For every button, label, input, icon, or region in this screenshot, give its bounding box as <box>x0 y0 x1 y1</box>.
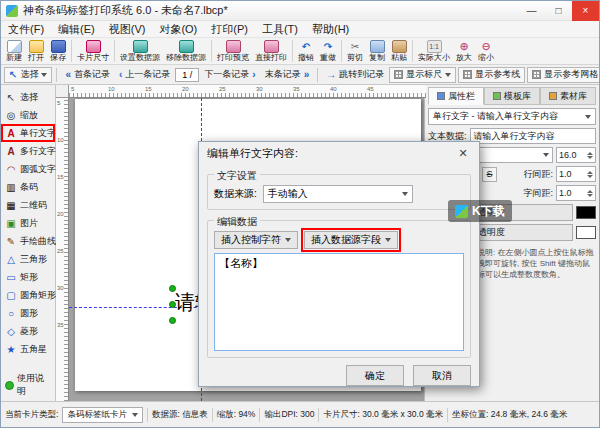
zoom-out-button[interactable]: ⊖缩小 <box>475 38 497 64</box>
bg-color-swatch[interactable] <box>576 226 596 239</box>
menu-object[interactable]: 对象(O) <box>152 21 204 38</box>
open-button[interactable]: 打开 <box>25 38 47 64</box>
menu-view[interactable]: 视图(V) <box>102 21 153 38</box>
object-selector-button[interactable]: ↖ 选择 <box>4 67 52 83</box>
tool-multi-line-text[interactable]: A多行文字 <box>1 142 55 160</box>
menu-print[interactable]: 打印(P) <box>204 21 255 38</box>
tool-triangle[interactable]: △三角形 <box>1 250 55 268</box>
edit-data-group: 编辑数据 插入控制字符 插入数据源字段 【名称】 <box>207 220 471 358</box>
select-cursor-icon: ↖ <box>9 70 17 79</box>
tab-templates[interactable]: 模板库 <box>484 87 540 105</box>
spinner-arrows-icon[interactable] <box>587 171 593 178</box>
tool-image[interactable]: ▣图片 <box>1 214 55 232</box>
tool-star[interactable]: ★五角星 <box>1 340 55 358</box>
strikethrough-button[interactable]: S <box>482 167 497 182</box>
show-guides-button[interactable]: 显示参考线 <box>458 67 525 83</box>
navbar-separator <box>56 68 57 82</box>
redo-button[interactable]: ↷重做 <box>317 38 339 64</box>
object-select-combo[interactable]: 单行文字 - 请输入单行文字内容 <box>428 108 596 125</box>
dropdown-arrow-icon <box>585 115 591 119</box>
tool-rectangle[interactable]: ▭矩形 <box>1 268 55 286</box>
qrcode-icon: ▦ <box>5 200 17 211</box>
last-record-icon: » <box>304 70 310 79</box>
text-data-input[interactable]: 请输入单行文字内容 <box>470 128 596 144</box>
undo-button[interactable]: ↶撤销 <box>295 38 317 64</box>
goto-record-button[interactable]: →跳转到记录 <box>322 67 388 82</box>
tool-barcode[interactable]: ▥条码 <box>1 178 55 196</box>
remove-datasource-button[interactable]: 移除数据源 <box>163 38 209 64</box>
tool-freehand-curve[interactable]: ✎手绘曲线 <box>1 232 55 250</box>
actual-size-button[interactable]: 1:1实际大小 <box>415 38 453 64</box>
selection-handle-middle[interactable] <box>169 301 176 308</box>
record-navbar: ↖ 选择 «首条记录 ‹上一条记录 1 / 10 下一条记录› 末条记录» →跳… <box>1 65 599 85</box>
card-size-button[interactable]: 卡片尺寸 <box>74 38 112 64</box>
tool-diamond[interactable]: ◇菱形 <box>1 322 55 340</box>
circle-icon: ○ <box>5 308 17 319</box>
menu-edit[interactable]: 编辑(E) <box>51 21 102 38</box>
copy-button[interactable]: 复制 <box>366 38 388 64</box>
maximize-button[interactable]: □ <box>545 1 572 21</box>
paste-button[interactable]: 粘贴 <box>388 38 410 64</box>
cut-button[interactable]: ✂剪切 <box>344 38 366 64</box>
prev-record-button[interactable]: ‹上一条记录 <box>115 67 174 82</box>
tab-materials[interactable]: 素材库 <box>540 87 596 105</box>
data-source-combo[interactable]: 手动输入 <box>263 185 413 203</box>
tool-arc-text[interactable]: ◠圆弧文字 <box>1 160 55 178</box>
first-record-button[interactable]: «首条记录 <box>61 67 114 82</box>
cancel-button[interactable]: 取消 <box>413 365 471 386</box>
multi-text-icon: A <box>5 146 17 157</box>
selection-handle-top[interactable] <box>169 285 176 292</box>
next-record-button[interactable]: 下一条记录› <box>200 67 259 82</box>
menu-help[interactable]: 帮助(H) <box>305 21 356 38</box>
menu-file[interactable]: 文件(F) <box>1 21 51 38</box>
select-tool-icon: ↖ <box>5 92 17 103</box>
zoom-in-button[interactable]: ⊕放大 <box>453 38 475 64</box>
tool-circle[interactable]: ○圆形 <box>1 304 55 322</box>
direct-print-button[interactable]: 直接打印 <box>252 38 290 64</box>
print-preview-button[interactable]: 打印预览 <box>214 38 252 64</box>
arc-text-icon: ◠ <box>5 164 17 175</box>
pencil-curve-icon: ✎ <box>5 236 17 247</box>
new-button[interactable]: 新建 <box>3 38 25 64</box>
zoom-in-icon: ⊕ <box>457 40 472 53</box>
tool-select[interactable]: ↖选择 <box>1 88 55 106</box>
copy-icon <box>370 40 385 53</box>
ok-button[interactable]: 确定 <box>346 365 404 386</box>
tool-rounded-rectangle[interactable]: ▢圆角矩形 <box>1 286 55 304</box>
show-grid-button[interactable]: 显示参考网格 <box>527 67 600 83</box>
tool-single-line-text[interactable]: A单行文字 <box>1 124 55 142</box>
spinner-arrows-icon[interactable] <box>587 190 593 197</box>
text-content-textarea[interactable]: 【名称】 <box>214 253 464 351</box>
minimize-button[interactable]: — <box>518 1 545 21</box>
font-size-spinner[interactable]: 16.0 <box>556 147 596 163</box>
record-position: 1 / 10 <box>175 68 199 82</box>
help-button[interactable]: 使用说明 <box>1 369 55 401</box>
dropdown-arrow-icon <box>385 238 391 242</box>
save-button[interactable]: 保存 <box>47 38 69 64</box>
char-spacing-spinner[interactable]: 1.0 <box>556 185 596 201</box>
status-separator <box>259 408 260 422</box>
tool-zoom[interactable]: ◎缩放 <box>1 106 55 124</box>
dialog-close-button[interactable]: ✕ <box>449 142 477 164</box>
text-color-swatch[interactable] <box>576 206 596 219</box>
rotation-note: 说明: 在左侧小圆点上按住鼠标拖拽即可旋转, 按住 Shift 键拖动鼠标可以生… <box>477 247 596 280</box>
selection-handle-bottom[interactable] <box>169 317 176 324</box>
first-record-icon: « <box>65 70 71 79</box>
dropdown-arrow-icon <box>543 153 549 157</box>
close-button[interactable]: × <box>572 1 599 21</box>
menu-tools[interactable]: 工具(T) <box>255 21 305 38</box>
watermark: K下载 <box>448 200 512 222</box>
tab-properties[interactable]: 属性栏 <box>428 87 484 105</box>
last-record-button[interactable]: 末条记录» <box>261 67 314 82</box>
triangle-icon: △ <box>5 254 17 265</box>
insert-control-char-button[interactable]: 插入控制字符 <box>214 231 298 249</box>
set-datasource-button[interactable]: 设置数据源 <box>117 38 163 64</box>
tool-qrcode[interactable]: ▦二维码 <box>1 196 55 214</box>
insert-datasource-field-button[interactable]: 插入数据源字段 <box>304 231 398 249</box>
line-spacing-spinner[interactable]: 1.0 <box>556 166 596 182</box>
toolbar-separator <box>211 40 212 62</box>
spinner-arrows-icon[interactable] <box>587 152 593 159</box>
card-type-select[interactable]: 条码标签纸卡片 <box>62 407 143 423</box>
help-green-icon <box>5 381 14 390</box>
show-ruler-button[interactable]: 显示标尺 <box>389 67 456 83</box>
